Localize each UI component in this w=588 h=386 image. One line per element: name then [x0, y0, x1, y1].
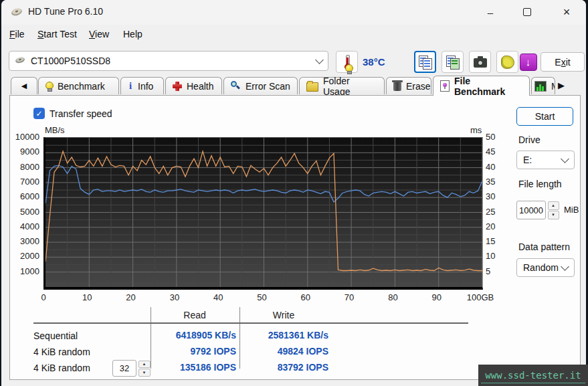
random-qd-read-value: 135186 IOPS [152, 362, 236, 373]
file-length-unit: MiB [564, 205, 579, 215]
menu-view[interactable]: View [86, 27, 112, 41]
tab-folder-usage[interactable]: Folder Usage [299, 77, 385, 94]
app-window: HD Tune Pro 6.10 – × File Start Test Vie… [1, 0, 586, 386]
axis-tick-label: 70 [330, 292, 368, 302]
table-divider [239, 307, 240, 369]
data-pattern-dropdown[interactable]: Random [516, 258, 575, 277]
axis-tick-label: 3000 [10, 236, 39, 246]
maximize-icon [523, 8, 531, 16]
hdtune-app-icon [11, 7, 23, 17]
exit-button[interactable]: Exit [541, 52, 585, 72]
axis-tick-label: 35 [486, 177, 495, 187]
save-button[interactable]: ↓ [517, 51, 539, 73]
magnifier-icon [231, 81, 241, 91]
queue-depth-input[interactable]: 32 [112, 360, 136, 377]
stepper-up-button[interactable]: ▲ [138, 361, 151, 369]
screenshot-button[interactable] [469, 51, 491, 73]
random-write-value: 49824 IOPS [241, 346, 328, 357]
data-pattern-value: Random [523, 262, 562, 273]
chart-canvas [45, 138, 482, 287]
axis-tick-label: 7000 [10, 177, 39, 187]
temperature-button[interactable] [336, 51, 358, 73]
tab-scroll-left[interactable]: ◀ [11, 77, 37, 94]
axis-tick-label: 10000 [10, 132, 39, 142]
tab-benchmark[interactable]: Benchmark [38, 77, 119, 94]
tab-error-scan[interactable]: Error Scan [223, 77, 298, 94]
watermark-text: www.ssd-tester.it [485, 370, 581, 381]
tab-file-benchmark[interactable]: File Benchmark [433, 76, 530, 96]
menu-file[interactable]: File [7, 27, 27, 41]
folder-icon [306, 82, 318, 92]
transfer-speed-checkbox[interactable]: ✓ [33, 108, 45, 119]
row-sequential-label: Sequential [33, 330, 78, 341]
start-button[interactable]: Start [516, 107, 573, 126]
axis-tick-label: 40 [486, 162, 495, 172]
minimize-button[interactable]: – [475, 0, 506, 24]
axis-tick-label: 45 [486, 147, 495, 157]
benchmark-chart [43, 137, 483, 290]
drive-selector-value: CT1000P510SSD8 [31, 56, 311, 66]
copy-image-button[interactable] [442, 51, 464, 73]
axis-tick-label: 15 [486, 236, 495, 246]
axis-tick-label: 4000 [10, 221, 39, 231]
hand-icon [501, 56, 514, 69]
maximize-button[interactable] [512, 0, 543, 24]
hand-button[interactable] [496, 51, 518, 73]
left-axis-title: MB/s [45, 125, 65, 135]
axis-tick-label: 10 [68, 292, 106, 302]
axis-tick-label: 50 [243, 292, 281, 302]
queue-depth-stepper: ▲ ▼ [138, 360, 151, 377]
camera-icon [474, 58, 487, 68]
axis-tick-label: 20 [486, 221, 495, 231]
axis-tick-label: 30 [486, 191, 495, 201]
axis-tick-label: 100GB [462, 292, 499, 302]
file-benchmark-icon [440, 80, 450, 92]
row-random-label: 4 KiB random [33, 347, 90, 357]
drive-dropdown-value: E: [523, 155, 562, 165]
menu-start-test[interactable]: Start Test [35, 27, 80, 41]
copy-text-button[interactable] [414, 51, 436, 73]
chevron-down-icon [561, 155, 569, 163]
toolbar: CT1000P510SSD8 38°C ↓ Exit [1, 43, 586, 75]
chevron-down-icon [315, 56, 324, 64]
random-qd-write-value: 83792 IOPS [241, 362, 328, 373]
write-column-header: Write [241, 310, 326, 320]
tab-scroll-right[interactable]: ▶ [558, 80, 565, 90]
data-pattern-label: Data pattern [518, 242, 570, 252]
axis-tick-label: 5000 [10, 207, 39, 217]
axis-tick-label: 9000 [10, 147, 39, 157]
trash-icon [393, 82, 401, 91]
watermark: www.ssd-tester.it [478, 365, 588, 386]
axis-tick-label: 2000 [10, 251, 39, 261]
file-benchmark-panel: ✓ Transfer speed MB/s ms 100009000800070… [9, 95, 581, 380]
drive-selector[interactable]: CT1000P510SSD8 [9, 51, 328, 71]
table-header-line [33, 322, 468, 324]
tab-bar: ◀ Benchmark i Info Health Error Scan Fol… [1, 75, 586, 96]
tab-info[interactable]: i Info [120, 77, 164, 94]
file-length-input[interactable]: 10000 [516, 201, 546, 219]
stepper-down-button[interactable]: ▼ [138, 369, 151, 377]
drive-dropdown[interactable]: E: [516, 151, 575, 169]
stepper-up-button[interactable]: ▲ [548, 201, 559, 210]
download-arrow-icon: ↓ [520, 54, 537, 71]
axis-tick-label: 90 [418, 292, 456, 302]
copy-image-icon [446, 56, 460, 69]
row-random-qd-label: 4 KiB random [33, 363, 90, 373]
file-length-label: File length [518, 179, 562, 189]
tab-health[interactable]: Health [165, 77, 222, 94]
chevron-down-icon [561, 262, 569, 271]
title-bar: HD Tune Pro 6.10 – × [1, 0, 586, 25]
axis-tick-label: 20 [112, 292, 150, 302]
tab-erase[interactable]: Erase [386, 77, 431, 94]
axis-tick-label: 30 [156, 292, 193, 302]
stepper-down-button[interactable]: ▼ [548, 211, 559, 219]
tab-disk-monitor-partial[interactable]: M. [531, 77, 555, 94]
close-button[interactable]: × [551, 0, 582, 24]
axis-tick-label: 50 [486, 132, 495, 142]
menu-help[interactable]: Help [120, 27, 145, 41]
axis-tick-label: 40 [199, 292, 237, 302]
thermometer-icon [344, 55, 351, 70]
drive-icon [15, 56, 25, 66]
axis-tick-label: 60 [287, 292, 324, 302]
axis-tick-label: 80 [374, 292, 411, 302]
